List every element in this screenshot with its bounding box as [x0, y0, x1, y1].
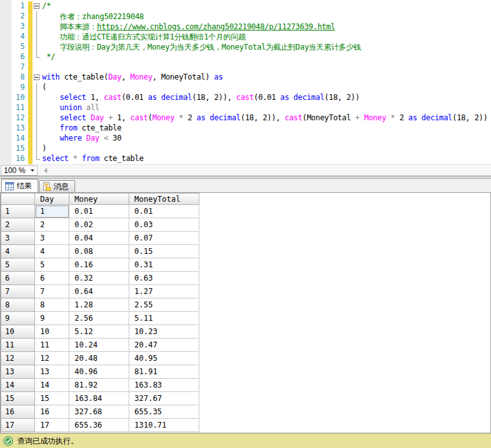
row-header[interactable]: 4 [1, 245, 35, 258]
grid-cell[interactable]: 7 [35, 285, 69, 298]
grid-cell[interactable]: 0.04 [69, 232, 129, 245]
comment-link[interactable]: https://www.cnblogs.com/zhang502219048/p… [97, 22, 335, 31]
code-line-7[interactable]: 7 [0, 62, 491, 73]
code-line-2[interactable]: 2 作者：zhang502219048 [0, 11, 491, 22]
grid-cell[interactable]: 0.02 [69, 218, 129, 232]
column-header-moneytotal[interactable]: MoneyTotal [129, 193, 199, 205]
row-header[interactable]: 15 [1, 392, 35, 405]
grid-cell[interactable]: 8 [35, 298, 69, 312]
grid-cell[interactable]: 1.27 [129, 285, 199, 298]
sql-editor[interactable]: 1/*2 作者：zhang5022190483 脚本来源：https://www… [0, 0, 491, 164]
grid-cell[interactable]: 163.84 [69, 392, 129, 405]
grid-cell[interactable]: 655.35 [129, 405, 199, 419]
grid-cell[interactable]: 16 [35, 405, 69, 419]
code-line-15[interactable]: 15) [0, 144, 491, 154]
grid-cell[interactable]: 2 [35, 218, 69, 232]
grid-cell[interactable]: 0.08 [69, 245, 129, 258]
tab-messages[interactable]: 消息 [39, 180, 75, 192]
row-header[interactable]: 9 [1, 312, 35, 325]
grid-cell[interactable]: 0.16 [69, 258, 129, 272]
grid-cell[interactable]: 0.07 [129, 232, 199, 245]
row-header[interactable]: 8 [1, 298, 35, 312]
code-line-14[interactable]: 14 where Day < 30 [0, 134, 491, 144]
code-line-3[interactable]: 3 脚本来源：https://www.cnblogs.com/zhang5022… [0, 22, 491, 32]
grid-cell[interactable]: 1.28 [69, 298, 129, 312]
grid-cell[interactable]: 5 [35, 258, 69, 272]
grid-cell[interactable]: 12 [35, 352, 69, 365]
grid-cell[interactable]: 14 [35, 379, 69, 392]
grid-cell[interactable]: 327.67 [129, 392, 199, 405]
code-line-13[interactable]: 13 from cte_table [0, 123, 491, 134]
grid-cell[interactable]: 2.55 [129, 298, 199, 312]
code-line-10[interactable]: 10 select 1, cast(0.01 as decimal(18, 2)… [0, 93, 491, 103]
row-header[interactable]: 2 [1, 218, 35, 232]
grid-cell[interactable]: 0.31 [129, 258, 199, 272]
grid-cell[interactable]: 163.83 [129, 379, 199, 392]
grid-cell[interactable]: 0.01 [129, 205, 199, 218]
code-line-16[interactable]: 16select * from cte_table [0, 154, 491, 164]
grid-cell[interactable]: 17 [35, 419, 69, 432]
row-header[interactable]: 7 [1, 285, 35, 298]
code-line-11[interactable]: 11 union all [0, 103, 491, 113]
grid-cell[interactable]: 13 [35, 365, 69, 379]
row-header[interactable]: 12 [1, 352, 35, 365]
grid-cell[interactable]: 327.68 [69, 405, 129, 419]
grid-cell[interactable]: 10.24 [69, 339, 129, 352]
grid-cell[interactable]: 0.63 [129, 272, 199, 285]
code-line-5[interactable]: 5 字段说明：Day为第几天，Money为当天多少钱，MoneyTotal为截止… [0, 42, 491, 52]
grid-cell[interactable]: 1310.71 [129, 419, 199, 432]
zoom-level-select[interactable]: 100 % [1, 165, 38, 176]
code-line-12[interactable]: 12 select Day + 1, cast(Money * 2 as dec… [0, 113, 491, 123]
code-token: 功能：通过CTE递归方式实现计算1分钱翻倍1个月的问题 [42, 32, 246, 41]
row-header[interactable]: 3 [1, 232, 35, 245]
grid-cell[interactable]: 20.48 [69, 352, 129, 365]
row-header[interactable]: 11 [1, 339, 35, 352]
column-header-money[interactable]: Money [69, 193, 129, 205]
code-line-8[interactable]: 8with cte_table(Day, Money, MoneyTotal) … [0, 73, 491, 83]
grid-cell[interactable]: 15 [35, 392, 69, 405]
row-header[interactable]: 10 [1, 325, 35, 339]
grid-cell[interactable]: 10 [35, 325, 69, 339]
grid-cell[interactable]: 20.47 [129, 339, 199, 352]
grid-cell[interactable]: 4 [35, 245, 69, 258]
column-header-day[interactable]: Day [35, 193, 69, 205]
grid-cell[interactable]: 5.12 [69, 325, 129, 339]
grid-cell[interactable]: 0.03 [129, 218, 199, 232]
grid-cell[interactable]: 40.95 [129, 352, 199, 365]
grid-cell[interactable]: 0.01 [69, 205, 129, 218]
grid-cell[interactable]: 2.56 [69, 312, 129, 325]
grid-corner-cell[interactable] [1, 193, 35, 205]
grid-cell[interactable]: 40.96 [69, 365, 129, 379]
grid-cell[interactable]: 0.64 [69, 285, 129, 298]
row-header[interactable]: 16 [1, 405, 35, 419]
grid-cell[interactable]: 81.91 [129, 365, 199, 379]
code-line-4[interactable]: 4 功能：通过CTE递归方式实现计算1分钱翻倍1个月的问题 [0, 32, 491, 42]
line-number: 9 [11, 83, 28, 93]
row-header[interactable]: 6 [1, 272, 35, 285]
row-header[interactable]: 14 [1, 379, 35, 392]
code-token: from [60, 123, 78, 132]
grid-cell[interactable]: 6 [35, 272, 69, 285]
grid-cell[interactable]: 81.92 [69, 379, 129, 392]
grid-cell[interactable]: 3 [35, 232, 69, 245]
grid-cell[interactable]: 9 [35, 312, 69, 325]
grid-cell[interactable]: 0.32 [69, 272, 129, 285]
row-header[interactable]: 5 [1, 258, 35, 272]
code-line-6[interactable]: 6 */ [0, 52, 491, 62]
tab-results[interactable]: 结果 [1, 179, 38, 192]
grid-cell[interactable]: 5.11 [129, 312, 199, 325]
grid-cell[interactable]: 655.36 [69, 419, 129, 432]
fold-collapse-icon[interactable] [32, 1, 42, 11]
horizontal-scrollbar-track[interactable] [50, 166, 491, 175]
row-header[interactable]: 1 [1, 205, 35, 218]
grid-cell[interactable]: 10.23 [129, 325, 199, 339]
grid-cell[interactable]: 0.15 [129, 245, 199, 258]
grid-cell-selected[interactable]: 1 [35, 205, 69, 218]
fold-collapse-icon[interactable] [32, 73, 42, 83]
row-header[interactable]: 13 [1, 365, 35, 379]
code-line-9[interactable]: 9( [0, 83, 491, 93]
code-line-1[interactable]: 1/* [0, 1, 491, 11]
scroll-left-button[interactable] [41, 166, 50, 175]
grid-cell[interactable]: 11 [35, 339, 69, 352]
row-header[interactable]: 17 [1, 419, 35, 432]
